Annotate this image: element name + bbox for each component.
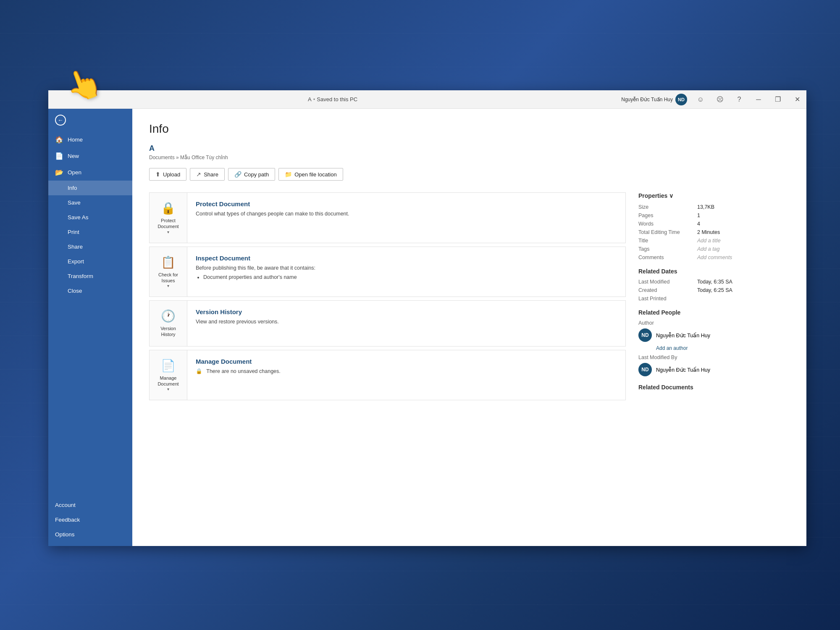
sidebar-item-info[interactable]: Info — [48, 181, 132, 195]
sidebar-item-save-as[interactable]: Save As — [48, 210, 132, 225]
inspect-icon: 📋 — [161, 255, 176, 269]
related-dates-table: Last Modified Today, 6:35 SA Created Tod… — [638, 279, 790, 302]
close-button[interactable]: ✕ — [788, 90, 806, 109]
properties-header[interactable]: Properties ∨ — [638, 192, 790, 199]
version-history-card: 🕐 VersionHistory Version History View an… — [149, 300, 626, 346]
doc-title-label: A — [308, 96, 312, 102]
sidebar-item-open[interactable]: 📂 Open — [48, 164, 132, 181]
maximize-button[interactable]: ❐ — [769, 90, 787, 109]
content-panel: Info A Documents » Mẫu Office Tùy chỉnh … — [132, 109, 806, 546]
action-buttons: ⬆ Upload ↗ Share 🔗 Copy path 📁 Open file… — [149, 168, 790, 181]
version-history-content: Version History View and restore previou… — [187, 301, 625, 333]
manage-doc-icon: 📄 — [161, 359, 176, 373]
manage-document-title: Manage Document — [196, 358, 617, 365]
last-modified-by-label-row: Last Modified By — [638, 354, 790, 360]
share-btn-icon: ↗ — [196, 171, 201, 178]
lock-icon: 🔒 — [161, 201, 176, 215]
protect-document-label: ProtectDocument — [158, 218, 178, 230]
document-name: A — [149, 144, 790, 153]
protect-document-title: Protect Document — [196, 200, 617, 207]
last-modified-by-row: ND Nguyễn Đức Tuấn Huy — [638, 363, 790, 376]
protect-chevron-icon: ▾ — [167, 230, 169, 234]
sidebar-new-label: New — [68, 153, 79, 159]
emoji-sad-button[interactable]: ☹ — [711, 90, 729, 109]
help-button[interactable]: ? — [730, 90, 748, 109]
prop-words: Words 4 — [638, 221, 790, 227]
date-last-modified: Last Modified Today, 6:35 SA — [638, 279, 790, 285]
sidebar-item-close[interactable]: Close — [48, 284, 132, 298]
sidebar-share-label: Share — [68, 244, 83, 250]
sidebar-options-label: Options — [55, 531, 75, 538]
inspect-document-card: 📋 Check forIssues ▾ Inspect Document Bef… — [149, 247, 626, 297]
upload-button[interactable]: ⬆ Upload — [149, 168, 186, 181]
title-separator: • — [313, 96, 315, 102]
manage-document-label: ManageDocument — [158, 375, 178, 387]
sidebar-item-options[interactable]: Options — [48, 527, 132, 542]
share-button[interactable]: ↗ Share — [190, 168, 225, 181]
sidebar: ← 🏠 Home 📄 New 📂 Open Info Save — [48, 109, 132, 546]
sidebar-item-feedback[interactable]: Feedback — [48, 512, 132, 527]
sidebar-item-transform[interactable]: Transform — [48, 269, 132, 284]
sidebar-print-label: Print — [68, 229, 79, 235]
prop-comments: Comments Add comments — [638, 255, 790, 260]
open-icon: 📂 — [55, 168, 63, 176]
inspect-chevron-icon: ▾ — [167, 284, 169, 288]
author-row: ND Nguyễn Đức Tuấn Huy — [638, 328, 790, 342]
check-issues-button[interactable]: 📋 Check forIssues ▾ — [150, 247, 187, 297]
sidebar-open-label: Open — [68, 169, 81, 176]
sidebar-item-new[interactable]: 📄 New — [48, 148, 132, 164]
related-people-header: Related People — [638, 309, 790, 316]
sidebar-item-share[interactable]: Share — [48, 239, 132, 254]
title-bar-center: A • Saved to this PC — [48, 96, 617, 102]
sidebar-item-print[interactable]: Print — [48, 225, 132, 239]
version-history-button[interactable]: 🕐 VersionHistory — [150, 301, 187, 346]
manage-chevron-icon: ▾ — [167, 387, 169, 391]
check-issues-label: Check forIssues — [158, 272, 178, 284]
clock-icon: 🕐 — [161, 309, 176, 323]
sidebar-transform-label: Transform — [68, 273, 93, 279]
related-dates-header: Related Dates — [638, 268, 790, 275]
sidebar-bottom: Account Feedback Options — [48, 498, 132, 546]
prop-editing-time: Total Editing Time 2 Minutes — [638, 229, 790, 235]
copy-path-button[interactable]: 🔗 Copy path — [228, 168, 275, 181]
minimize-button[interactable]: ─ — [749, 90, 768, 109]
sidebar-home-label: Home — [68, 136, 83, 143]
user-info: Nguyễn Đức Tuấn Huy ND — [617, 94, 691, 105]
sidebar-spacer — [48, 298, 132, 498]
sidebar-item-home[interactable]: 🏠 Home — [48, 131, 132, 148]
author-row-label: Author — [638, 320, 790, 326]
sidebar-item-save[interactable]: Save — [48, 195, 132, 210]
manage-document-desc: 🔒 There are no unsaved changes. — [196, 368, 617, 375]
emoji-happy-button[interactable]: ☺ — [691, 90, 710, 109]
properties-table: Size 13,7KB Pages 1 Words 4 Total Edit — [638, 204, 790, 260]
last-modified-avatar: ND — [638, 363, 652, 376]
protect-document-button[interactable]: 🔒 ProtectDocument ▾ — [150, 193, 187, 243]
upload-icon: ⬆ — [155, 171, 160, 178]
open-location-icon: 📁 — [285, 171, 292, 178]
add-author-link[interactable]: Add an author — [656, 345, 790, 351]
date-created: Created Today, 6:25 SA — [638, 287, 790, 293]
version-history-title: Version History — [196, 308, 617, 315]
sidebar-info-label: Info — [68, 185, 77, 191]
sidebar-save-label: Save — [68, 200, 81, 206]
manage-document-card: 📄 ManageDocument ▾ Manage Document 🔒 The… — [149, 350, 626, 401]
prop-tags: Tags Add a tag — [638, 246, 790, 252]
open-location-button[interactable]: 📁 Open file location — [278, 168, 343, 181]
related-documents-header: Related Documents — [638, 384, 790, 391]
prop-title: Title Add a title — [638, 238, 790, 244]
inspect-list-item: Document properties and author's name — [203, 273, 617, 281]
manage-document-content: Manage Document 🔒 There are no unsaved c… — [187, 350, 625, 383]
title-bar-controls: ☺ ☹ ? ─ ❐ ✕ — [691, 90, 806, 109]
author-avatar: ND — [638, 328, 652, 342]
manage-document-button[interactable]: 📄 ManageDocument ▾ — [150, 350, 187, 400]
inspect-document-content: Inspect Document Before publishing this … — [187, 247, 625, 290]
sidebar-close-label: Close — [68, 288, 82, 294]
sidebar-item-export[interactable]: Export — [48, 254, 132, 269]
copy-path-icon: 🔗 — [234, 171, 242, 178]
sidebar-item-account[interactable]: Account — [48, 498, 132, 512]
user-name-label: Nguyễn Đức Tuấn Huy — [621, 97, 673, 102]
user-avatar-small: ND — [675, 94, 687, 105]
lock-small-icon: 🔒 — [196, 368, 202, 374]
back-button[interactable]: ← — [48, 109, 132, 131]
info-right: Properties ∨ Size 13,7KB Pages 1 — [638, 192, 790, 404]
